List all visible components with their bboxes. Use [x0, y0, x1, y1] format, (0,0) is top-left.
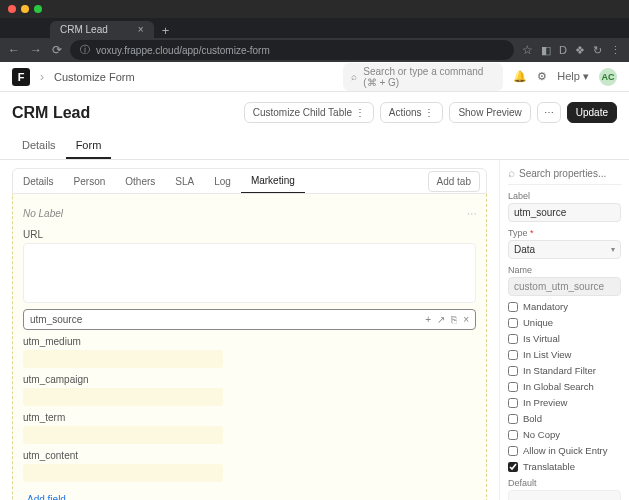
- more-button[interactable]: ⋯: [537, 102, 561, 123]
- form-tabs: Details Person Others SLA Log Marketing …: [12, 168, 487, 194]
- close-tab-icon[interactable]: ×: [138, 24, 144, 35]
- tab-details[interactable]: Details: [12, 133, 66, 159]
- close-window-icon[interactable]: [8, 5, 16, 13]
- prop-default-label: Default: [508, 478, 621, 488]
- extension-icon[interactable]: D: [559, 44, 567, 57]
- checkbox-input[interactable]: [508, 462, 518, 472]
- form-tab-marketing[interactable]: Marketing: [241, 169, 305, 193]
- checkbox-input[interactable]: [508, 414, 518, 424]
- checkbox-label: In List View: [523, 349, 571, 360]
- checkbox-in-preview[interactable]: In Preview: [508, 397, 621, 408]
- back-icon[interactable]: ←: [8, 43, 20, 57]
- field-utm-term[interactable]: utm_term: [23, 412, 476, 444]
- type-select[interactable]: Data▾: [508, 240, 621, 259]
- customize-child-table-button[interactable]: Customize Child Table ⋮: [244, 102, 374, 123]
- move-icon[interactable]: ↗: [437, 314, 445, 325]
- label-input[interactable]: [508, 203, 621, 222]
- field-input-preview: [23, 464, 223, 482]
- show-preview-button[interactable]: Show Preview: [449, 102, 530, 123]
- checkbox-input[interactable]: [508, 398, 518, 408]
- checkbox-input[interactable]: [508, 318, 518, 328]
- properties-search-input[interactable]: [519, 168, 629, 179]
- actions-button[interactable]: Actions ⋮: [380, 102, 444, 123]
- checkbox-input[interactable]: [508, 430, 518, 440]
- delete-icon[interactable]: ×: [463, 314, 469, 325]
- default-input[interactable]: [508, 490, 621, 500]
- checkbox-label: In Global Search: [523, 381, 594, 392]
- checkbox-input[interactable]: [508, 334, 518, 344]
- field-url[interactable]: URL: [23, 229, 476, 303]
- update-button[interactable]: Update: [567, 102, 617, 123]
- maximize-window-icon[interactable]: [34, 5, 42, 13]
- extension-icon[interactable]: ◧: [541, 44, 551, 57]
- checkbox-label: No Copy: [523, 429, 560, 440]
- field-utm-campaign[interactable]: utm_campaign: [23, 374, 476, 406]
- checkbox-unique[interactable]: Unique: [508, 317, 621, 328]
- search-icon: ⌕: [508, 166, 515, 180]
- url-text: voxuy.frappe.cloud/app/customize-form: [96, 45, 270, 56]
- browser-tab[interactable]: CRM Lead ×: [50, 21, 154, 38]
- window-titlebar: [0, 0, 629, 18]
- checkbox-input[interactable]: [508, 446, 518, 456]
- settings-icon[interactable]: ⚙: [537, 70, 547, 83]
- copy-icon[interactable]: ⎘: [451, 314, 457, 325]
- form-tab-person[interactable]: Person: [64, 170, 116, 193]
- extension-icon[interactable]: ↻: [593, 44, 602, 57]
- form-tab-others[interactable]: Others: [115, 170, 165, 193]
- notifications-icon[interactable]: 🔔: [513, 70, 527, 83]
- checkbox-label: Mandatory: [523, 301, 568, 312]
- checkbox-bold[interactable]: Bold: [508, 413, 621, 424]
- extension-icon[interactable]: ⋮: [610, 44, 621, 57]
- add-field-button[interactable]: Add field: [23, 488, 476, 500]
- app-logo[interactable]: F: [12, 68, 30, 86]
- tab-form[interactable]: Form: [66, 133, 112, 159]
- name-input[interactable]: [508, 277, 621, 296]
- view-tabs: Details Form: [0, 133, 629, 160]
- reload-icon[interactable]: ⟳: [52, 43, 62, 57]
- site-info-icon[interactable]: ⓘ: [80, 43, 90, 57]
- field-input-preview: [23, 388, 223, 406]
- selected-field[interactable]: utm_source + ↗ ⎘ ×: [23, 309, 476, 330]
- checkbox-mandatory[interactable]: Mandatory: [508, 301, 621, 312]
- address-bar[interactable]: ⓘ voxuy.frappe.cloud/app/customize-form: [70, 40, 514, 60]
- checkbox-in-global-search[interactable]: In Global Search: [508, 381, 621, 392]
- form-tab-sla[interactable]: SLA: [165, 170, 204, 193]
- minimize-window-icon[interactable]: [21, 5, 29, 13]
- checkbox-no-copy[interactable]: No Copy: [508, 429, 621, 440]
- search-placeholder: Search or type a command (⌘ + G): [363, 66, 495, 88]
- checkbox-is-virtual[interactable]: Is Virtual: [508, 333, 621, 344]
- checkbox-input[interactable]: [508, 366, 518, 376]
- forward-icon[interactable]: →: [30, 43, 42, 57]
- form-tab-details[interactable]: Details: [13, 170, 64, 193]
- add-icon[interactable]: +: [425, 314, 431, 325]
- checkbox-label: Unique: [523, 317, 553, 328]
- form-tab-log[interactable]: Log: [204, 170, 241, 193]
- checkbox-in-list-view[interactable]: In List View: [508, 349, 621, 360]
- checkbox-in-standard-filter[interactable]: In Standard Filter: [508, 365, 621, 376]
- page-title: CRM Lead: [12, 104, 90, 122]
- field-utm-content[interactable]: utm_content: [23, 450, 476, 482]
- checkbox-label: In Preview: [523, 397, 567, 408]
- field-utm-medium[interactable]: utm_medium: [23, 336, 476, 368]
- prop-name-label: Name: [508, 265, 621, 275]
- browser-tabbar: CRM Lead × +: [0, 18, 629, 38]
- help-link[interactable]: Help ▾: [557, 70, 589, 83]
- bookmark-icon[interactable]: ☆: [522, 43, 533, 57]
- url-input-preview: [23, 243, 476, 303]
- properties-panel: ⌕ × Label Type * Data▾ Name MandatoryUni…: [499, 160, 629, 500]
- checkbox-input[interactable]: [508, 302, 518, 312]
- chevron-down-icon: ▾: [611, 245, 615, 254]
- section-menu-icon[interactable]: ⋯: [466, 208, 476, 219]
- new-tab-button[interactable]: +: [154, 23, 178, 38]
- breadcrumb[interactable]: Customize Form: [54, 71, 135, 83]
- checkbox-allow-in-quick-entry[interactable]: Allow in Quick Entry: [508, 445, 621, 456]
- checkbox-label: In Standard Filter: [523, 365, 596, 376]
- selected-field-label: utm_source: [30, 314, 82, 325]
- command-search[interactable]: ⌕ Search or type a command (⌘ + G): [343, 63, 503, 91]
- avatar[interactable]: AC: [599, 68, 617, 86]
- checkbox-input[interactable]: [508, 382, 518, 392]
- checkbox-translatable[interactable]: Translatable: [508, 461, 621, 472]
- checkbox-input[interactable]: [508, 350, 518, 360]
- add-tab-button[interactable]: Add tab: [428, 171, 480, 192]
- extension-icon[interactable]: ❖: [575, 44, 585, 57]
